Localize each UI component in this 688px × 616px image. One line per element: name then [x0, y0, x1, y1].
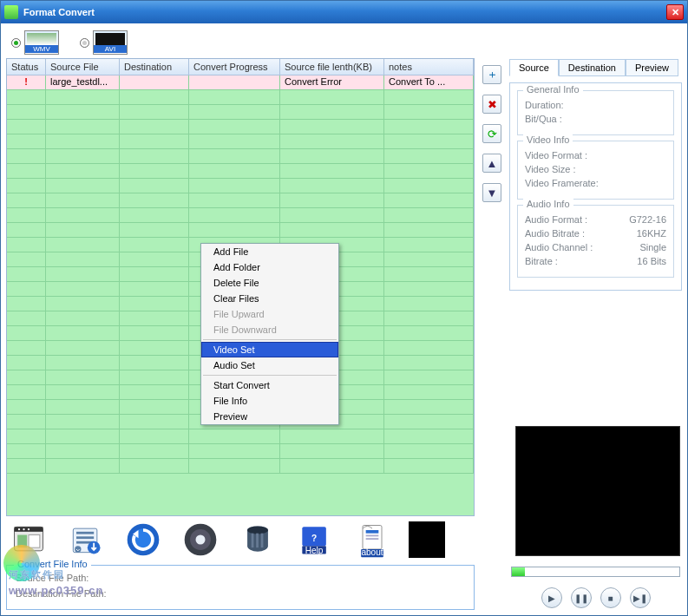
col-source[interactable]: Source File: [46, 59, 120, 75]
table-cell: [384, 90, 474, 105]
destination-path-label: Destination File Path:: [16, 588, 465, 599]
settings-button[interactable]: [180, 519, 221, 560]
blank-button[interactable]: [409, 521, 445, 558]
menu-item-file-info[interactable]: File Info: [201, 393, 338, 409]
table-cell: [120, 282, 189, 297]
progress-fill: [512, 567, 525, 576]
table-cell: [120, 179, 189, 193]
table-cell: [384, 459, 474, 474]
about-button[interactable]: about: [351, 519, 393, 560]
format-option-wmv[interactable]: WMV: [11, 30, 59, 55]
menu-item-preview[interactable]: Preview: [201, 409, 338, 424]
add-file-button[interactable]: [8, 519, 49, 560]
add-folder-button[interactable]: [65, 519, 107, 560]
table-cell: [7, 238, 46, 252]
table-cell: [46, 444, 120, 459]
playback-progress[interactable]: [511, 567, 680, 577]
table-cell: [120, 341, 189, 356]
table-cell: [120, 164, 189, 179]
table-cell: [7, 223, 46, 238]
video-info-group: Video Info Video Format : Video Size : V…: [517, 141, 674, 200]
table-row[interactable]: [7, 105, 474, 120]
window-title: Format Convert: [23, 7, 666, 17]
table-cell: [120, 444, 189, 459]
table-row[interactable]: [7, 208, 474, 223]
media-controls: ▶ ❚❚ ■ ▶❚: [509, 586, 682, 610]
table-cell: [384, 415, 474, 429]
context-menu[interactable]: Add FileAdd FolderDelete FileClear Files…: [200, 243, 339, 425]
convert-button[interactable]: [122, 519, 164, 560]
format-option-avi[interactable]: AVI: [80, 30, 128, 55]
table-row[interactable]: [7, 429, 474, 444]
table-row[interactable]: [7, 444, 474, 459]
table-cell: [280, 90, 384, 105]
table-row[interactable]: [7, 179, 474, 193]
table-row[interactable]: [7, 120, 474, 134]
table-row[interactable]: [7, 223, 474, 238]
table-cell: [46, 341, 120, 356]
table-cell: [280, 105, 384, 120]
table-cell: [46, 282, 120, 297]
svg-text:about: about: [361, 547, 383, 557]
table-row[interactable]: [7, 90, 474, 105]
tab-destination[interactable]: Destination: [559, 59, 626, 76]
remove-item-button[interactable]: ✖: [482, 95, 501, 114]
table-cell: [280, 429, 384, 444]
table-cell: [384, 311, 474, 326]
table-cell: [384, 223, 474, 238]
table-row[interactable]: [7, 459, 474, 474]
next-button[interactable]: ▶❚: [630, 587, 651, 608]
table-cell: [120, 297, 189, 311]
table-cell: Convert To ...: [384, 75, 474, 90]
table-row[interactable]: !large_testdl...Convert ErrorConvert To …: [7, 75, 474, 90]
preview-video-box[interactable]: [515, 426, 680, 556]
col-notes[interactable]: notes: [384, 59, 474, 75]
svg-rect-30: [366, 535, 379, 537]
table-cell: [189, 179, 280, 193]
info-tabs: Source Destination Preview: [509, 58, 682, 75]
menu-item-clear-files[interactable]: Clear Files: [201, 291, 338, 306]
refresh-button[interactable]: ⟳: [482, 124, 501, 143]
col-length[interactable]: Source file lenth(KB): [280, 59, 384, 75]
table-cell: [120, 75, 189, 90]
col-destination[interactable]: Destination: [120, 59, 189, 75]
tab-preview[interactable]: Preview: [626, 59, 678, 76]
grid-header[interactable]: Status Source File Destination Convert P…: [7, 59, 474, 75]
move-up-button[interactable]: ▲: [482, 154, 501, 173]
table-cell: [46, 238, 120, 252]
table-cell: Convert Error: [280, 75, 384, 90]
play-button[interactable]: ▶: [541, 587, 562, 608]
table-row[interactable]: [7, 149, 474, 164]
pause-button[interactable]: ❚❚: [571, 587, 592, 608]
table-cell: [384, 193, 474, 208]
app-window: Format Convert ✕ WMV AVI Status Source F…: [0, 0, 688, 616]
table-row[interactable]: [7, 193, 474, 208]
main-toolbar: Help? about: [6, 516, 475, 563]
table-cell: [7, 208, 46, 223]
table-cell: [384, 385, 474, 400]
table-row[interactable]: [7, 134, 474, 149]
col-progress[interactable]: Convert Progress: [189, 59, 280, 75]
close-button[interactable]: ✕: [666, 4, 684, 20]
delete-button[interactable]: [237, 519, 278, 560]
table-cell: [120, 356, 189, 370]
menu-item-delete-file[interactable]: Delete File: [201, 275, 338, 291]
stop-button[interactable]: ■: [600, 587, 621, 608]
titlebar[interactable]: Format Convert ✕: [1, 1, 687, 23]
table-cell: [384, 149, 474, 164]
table-cell: [120, 149, 189, 164]
move-down-button[interactable]: ▼: [482, 183, 501, 202]
col-status[interactable]: Status: [7, 59, 46, 75]
menu-item-video-set[interactable]: Video Set: [201, 342, 338, 357]
table-cell: [46, 223, 120, 238]
menu-item-add-file[interactable]: Add File: [201, 244, 338, 259]
table-row[interactable]: [7, 164, 474, 179]
menu-item-start-convert[interactable]: Start Convert: [201, 377, 338, 393]
help-button[interactable]: Help?: [294, 519, 336, 560]
table-cell: [7, 429, 46, 444]
menu-item-audio-set[interactable]: Audio Set: [201, 357, 338, 373]
add-item-button[interactable]: ＋: [482, 65, 501, 84]
menu-item-add-folder[interactable]: Add Folder: [201, 259, 338, 275]
table-cell: [280, 134, 384, 149]
tab-source[interactable]: Source: [509, 59, 559, 76]
